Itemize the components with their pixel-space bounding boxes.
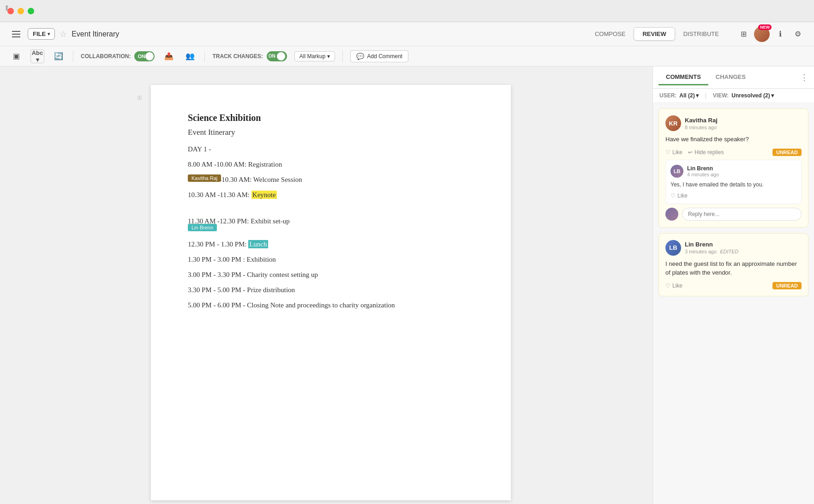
- doc-item-7: 3.00 PM - 3.30 PM - Charity contest sett…: [188, 271, 474, 279]
- reply-1-header: LB Lin Brenn 4 minutes ago: [670, 165, 796, 178]
- editor-area: ⬆ ⊞ Science Exhibition Event Itinerary D…: [0, 66, 652, 504]
- file-menu-button[interactable]: FILE ▾: [28, 28, 55, 40]
- comment-2-actions: ♡ Like UNREAD: [665, 282, 802, 289]
- separator-1: [73, 51, 73, 62]
- collaboration-toggle[interactable]: ON: [134, 51, 155, 61]
- doc-item-2: Kavitha Raj 10.00 AM -10.30 AM: Welcome …: [188, 176, 474, 184]
- user-filter-value[interactable]: All (2) ▾: [679, 92, 698, 99]
- nav-tabs: COMPOSE REVIEW DISTRIBUTE: [587, 27, 727, 41]
- doc-item-3: 10.30 AM -11.30 AM: Keynote: [188, 191, 474, 199]
- users-icon[interactable]: 👥: [183, 49, 197, 63]
- main-area: ⬆ ⊞ Science Exhibition Event Itinerary D…: [0, 66, 814, 504]
- comment-1-text: Have we finalized the speaker?: [665, 135, 802, 144]
- tab-changes[interactable]: CHANGES: [708, 70, 753, 85]
- secondary-toolbar: ▣ Abc ▾ 🔄 COLLABORATION: ON 📤 👥 TRACK CH…: [0, 46, 814, 66]
- track-changes-label: TRACK CHANGES:: [212, 53, 263, 60]
- comment-1-like[interactable]: ♡ Like: [665, 149, 682, 156]
- comment-1-hide-replies[interactable]: ↩ Hide replies: [688, 149, 724, 156]
- reply-1-like[interactable]: ♡ Like: [670, 192, 688, 199]
- doc-item-1: 8.00 AM -10.00 AM: Registration: [188, 161, 474, 168]
- comment-2-meta: Lin Brenn 3 minutes ago EDITED: [685, 241, 739, 254]
- reply-1-actions: ♡ Like: [670, 192, 796, 199]
- reply-input-area: [665, 208, 802, 221]
- add-comment-button[interactable]: 💬 Add Comment: [350, 50, 408, 62]
- comment-tag-lin: Lin Brenn: [188, 224, 217, 231]
- page-wrapper: ⬆ ⊞ Science Exhibition Event Itinerary D…: [128, 85, 525, 500]
- doc-item-6: 1.30 PM - 3.00 PM : Exhibition: [188, 256, 474, 264]
- doc-item-8: 3.30 PM - 5.00 PM - Prize distribution: [188, 286, 474, 294]
- sidebar-grid-icon: ⊞: [137, 94, 142, 101]
- doc-item-3-prefix: 10.30 AM -11.30 AM:: [188, 191, 251, 198]
- comment-2-time: 3 minutes ago EDITED: [685, 249, 739, 254]
- comment-2-author: Lin Brenn: [685, 241, 739, 248]
- comment-card-1: KR Kavitha Raj 8 minutes ago Have we fin…: [658, 108, 808, 228]
- view-filter-label: VIEW:: [713, 92, 729, 99]
- toolbar-right: COMPOSE REVIEW DISTRIBUTE ⊞ new ℹ ⚙: [587, 26, 805, 42]
- markup-dropdown[interactable]: All Markup ▾: [294, 51, 335, 61]
- edited-badge: EDITED: [720, 249, 738, 254]
- doc-item-5-prefix: 12.30 PM - 1.30 PM:: [188, 240, 248, 248]
- view-filter-value[interactable]: Unresolved (2) ▾: [731, 92, 773, 99]
- reply-1-text: Yes, I have emailed the details to you.: [670, 180, 796, 189]
- info-icon[interactable]: ℹ: [773, 27, 787, 41]
- reply-card-1: LB Lin Brenn 4 minutes ago Yes, I have e…: [665, 160, 802, 204]
- reply-1-avatar: LB: [670, 165, 683, 178]
- tab-comments[interactable]: COMMENTS: [658, 70, 708, 85]
- comment-1-header: KR Kavitha Raj 8 minutes ago: [665, 115, 802, 131]
- panel-tabs: COMMENTS CHANGES ⋮: [653, 66, 814, 89]
- panel-more-button[interactable]: ⋮: [800, 72, 808, 83]
- toggle-knob: [145, 52, 154, 60]
- hamburger-menu[interactable]: [9, 27, 23, 41]
- doc-item-8-text: 3.30 PM - 5.00 PM - Prize distribution: [188, 286, 295, 294]
- tab-distribute[interactable]: DISTRIBUTE: [675, 27, 727, 41]
- doc-subtitle: Event Itinerary: [188, 128, 474, 137]
- fullscreen-button[interactable]: [28, 8, 34, 14]
- minimize-button[interactable]: [18, 8, 24, 14]
- doc-item-7-text: 3.00 PM - 3.30 PM - Charity contest sett…: [188, 271, 318, 278]
- tab-compose[interactable]: COMPOSE: [587, 27, 634, 41]
- comment-1-author: Kavitha Raj: [685, 117, 718, 124]
- markup-label: All Markup: [299, 53, 326, 60]
- comment-2-like[interactable]: ♡ Like: [665, 282, 682, 289]
- like-icon-2: ♡: [665, 282, 670, 289]
- reply-1-meta: Lin Brenn 4 minutes ago: [687, 165, 719, 177]
- like-icon-reply: ♡: [670, 192, 676, 199]
- doc-item-9-text: 5.00 PM - 6.00 PM - Closing Note and pro…: [188, 301, 395, 309]
- filter-separator: |: [705, 92, 706, 99]
- comment-2-text: I need the guest list to fix an approxim…: [665, 259, 802, 277]
- doc-day: DAY 1 -: [188, 145, 474, 153]
- comment-1-actions: ♡ Like ↩ Hide replies UNREAD: [665, 149, 802, 156]
- separator-3: [342, 51, 343, 62]
- spellcheck-icon[interactable]: 🔄: [52, 49, 66, 63]
- reply-input-avatar: [665, 208, 678, 221]
- settings-icon[interactable]: ⚙: [791, 27, 805, 41]
- markup-arrow: ▾: [327, 53, 330, 60]
- keynote-highlight: Keynote: [251, 191, 277, 199]
- tab-review[interactable]: REVIEW: [634, 27, 675, 41]
- layout-toggle-icon[interactable]: ▣: [9, 49, 23, 63]
- comment-icon: 💬: [356, 53, 364, 60]
- reply-1-time: 4 minutes ago: [687, 172, 719, 177]
- track-changes-toggle[interactable]: ON: [267, 51, 287, 61]
- track-toggle-text: ON: [269, 54, 275, 59]
- text-format-icon[interactable]: Abc ▾: [30, 49, 44, 63]
- traffic-lights: [7, 8, 34, 14]
- doc-item-5: 12.30 PM - 1.30 PM: Lunch: [188, 240, 474, 248]
- toolbar-icons: ⊞ new ℹ ⚙: [736, 26, 805, 42]
- document-page[interactable]: Science Exhibition Event Itinerary DAY 1…: [151, 85, 511, 500]
- doc-item-9: 5.00 PM - 6.00 PM - Closing Note and pro…: [188, 301, 474, 309]
- share-icon[interactable]: 📤: [162, 49, 176, 63]
- view-icon[interactable]: ⊞: [736, 27, 750, 41]
- favorite-button[interactable]: ☆: [60, 29, 67, 39]
- right-panel: COMMENTS CHANGES ⋮ USER: All (2) ▾ | VIE…: [652, 66, 814, 504]
- new-badge: new: [758, 24, 772, 30]
- panel-filter: USER: All (2) ▾ | VIEW: Unresolved (2) ▾: [653, 89, 814, 103]
- comment-1-avatar: KR: [665, 115, 681, 131]
- title-bar: [0, 0, 814, 22]
- reply-input[interactable]: [682, 208, 802, 221]
- toggle-on-text: ON: [138, 54, 145, 59]
- doc-item-4: 11.30 AM -12.30 PM: Exhibit set-up Lin B…: [188, 206, 474, 233]
- file-label: FILE: [33, 30, 46, 37]
- collaboration-label: COLLABORATION:: [81, 53, 131, 60]
- user-avatar-wrapper: new: [754, 26, 770, 42]
